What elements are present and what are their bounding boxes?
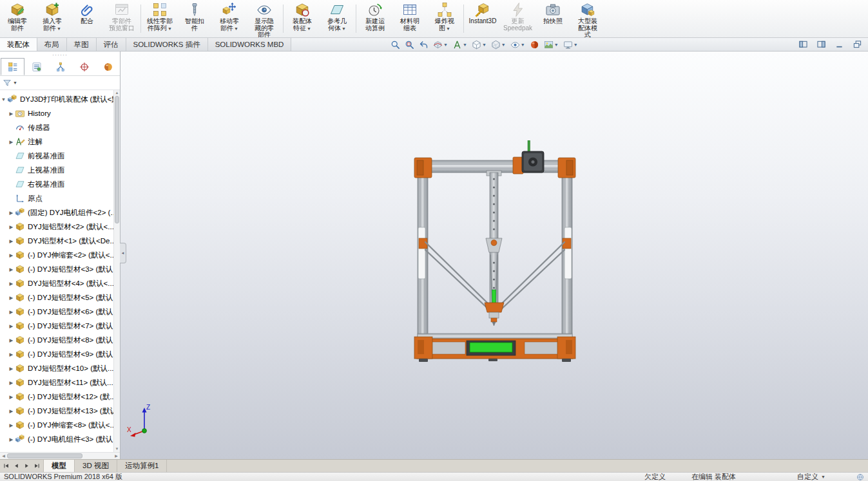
- expand-caret-icon[interactable]: ▶: [8, 252, 15, 258]
- last-tab-button[interactable]: [32, 461, 42, 471]
- headsup-section-view[interactable]: ▼: [432, 39, 449, 50]
- tree-item[interactable]: ▶DYJ短铝型材<11> (默认...: [0, 375, 114, 390]
- headsup-previous-view[interactable]: [418, 39, 430, 50]
- dropdown-caret-icon[interactable]: ▼: [482, 42, 487, 47]
- expand-caret-icon[interactable]: ▶: [8, 295, 15, 301]
- ribbon-button-edit-component[interactable]: 编辑零 部件: [0, 0, 35, 37]
- scroll-right-arrow[interactable]: ▶: [113, 453, 120, 459]
- tree-item[interactable]: ▶(-) DYJ短铝型材<9> (默认...: [0, 347, 114, 361]
- manager-tab-propertymanager[interactable]: [24, 58, 48, 75]
- command-tab-evaluate[interactable]: 评估: [97, 38, 126, 51]
- ribbon-button-move-component[interactable]: 移动零 部件▼: [212, 0, 247, 37]
- dropdown-caret-icon[interactable]: ▼: [463, 42, 467, 47]
- ribbon-button-assembly-features[interactable]: 装配体 特征▼: [285, 0, 320, 37]
- collapse-left-pane-button[interactable]: [799, 40, 807, 48]
- minimize-pane-button[interactable]: [835, 40, 844, 48]
- tree-item[interactable]: ▶(-) DYJ短铝型材<3> (默认...: [0, 262, 114, 276]
- expand-caret-icon[interactable]: ▼: [0, 97, 7, 102]
- scroll-track[interactable]: [114, 96, 120, 446]
- dropdown-caret-icon[interactable]: ▼: [307, 26, 311, 31]
- tree-item[interactable]: ▶(-) DYJ短铝型材<6> (默认...: [0, 305, 114, 319]
- dropdown-caret-icon[interactable]: ▼: [521, 42, 525, 47]
- scroll-left-arrow[interactable]: ◀: [0, 453, 7, 459]
- headsup-hide-show-items[interactable]: ▼: [509, 39, 526, 50]
- ribbon-button-show-hidden-components[interactable]: 显示隐 藏的零 部件: [247, 0, 282, 37]
- panel-splitter-handle[interactable]: ◂: [120, 243, 126, 263]
- manager-tab-displaymanager[interactable]: [96, 58, 120, 75]
- dropdown-caret-icon[interactable]: ▼: [57, 26, 61, 31]
- expand-caret-icon[interactable]: ▶: [8, 238, 15, 244]
- hscroll-thumb[interactable]: [7, 453, 82, 458]
- scroll-thumb[interactable]: [115, 96, 119, 223]
- manager-tab-featuremanager[interactable]: [1, 58, 24, 75]
- filter-dropdown-caret[interactable]: ▼: [13, 80, 17, 85]
- expand-caret-icon[interactable]: ▶: [8, 394, 15, 400]
- tree-item[interactable]: ▼DYJ3D打印机装配体 (默认<默...: [0, 92, 114, 106]
- command-tab-sw-addins[interactable]: SOLIDWORKS 插件: [126, 38, 208, 51]
- tree-item[interactable]: 上视基准面: [0, 163, 114, 177]
- ribbon-button-instant3d[interactable]: Instant3D: [465, 0, 500, 37]
- previous-tab-button[interactable]: [12, 461, 21, 471]
- headsup-view-orientation[interactable]: ▼: [470, 39, 488, 50]
- expand-caret-icon[interactable]: ▶: [8, 380, 15, 386]
- status-corner-icon[interactable]: [856, 473, 864, 481]
- headsup-apply-scene[interactable]: ▼: [543, 39, 560, 50]
- ribbon-button-insert-component[interactable]: 插入零 部件▼: [35, 0, 70, 37]
- expand-caret-icon[interactable]: ▶: [8, 309, 15, 315]
- tree-item[interactable]: ▶(-) DYJ短铝型材<12> (默...: [0, 390, 114, 404]
- hscroll-track[interactable]: [7, 453, 113, 459]
- float-pane-button[interactable]: [853, 40, 862, 48]
- status-customize[interactable]: 自定义: [797, 472, 818, 481]
- ribbon-button-component-preview-window[interactable]: 零部件 预览窗口: [104, 0, 139, 37]
- tree-item[interactable]: 传感器: [0, 120, 114, 135]
- graphics-viewport[interactable]: Z X: [121, 52, 868, 459]
- expand-caret-icon[interactable]: ▶: [8, 422, 15, 428]
- expand-caret-icon[interactable]: ▶: [8, 437, 15, 442]
- ribbon-button-linear-component-pattern[interactable]: 线性零部 件阵列▼: [142, 0, 177, 37]
- tree-item[interactable]: ▶(-) DYJ短铝型材<8> (默认...: [0, 333, 114, 347]
- ribbon-button-new-motion-study[interactable]: 新建运 动算例: [358, 0, 392, 37]
- ribbon-button-exploded-view[interactable]: 爆炸视 图▼: [427, 0, 462, 37]
- tree-item[interactable]: ▶注解: [0, 135, 114, 149]
- tree-item[interactable]: ▶(-) DYJ伸缩套<8> (默认<...: [0, 418, 114, 432]
- panel-resize-grip[interactable]: ······: [0, 52, 120, 58]
- tree-item[interactable]: ▶DYJ短铝型材<2> (默认<...: [0, 220, 114, 234]
- dropdown-caret-icon[interactable]: ▼: [446, 26, 450, 31]
- ribbon-button-mate[interactable]: 配合: [70, 0, 104, 37]
- first-tab-button[interactable]: [1, 461, 11, 471]
- expand-caret-icon[interactable]: ▶: [8, 408, 15, 414]
- tree-item[interactable]: 前视基准面: [0, 149, 114, 163]
- tree-item[interactable]: 原点: [0, 191, 114, 205]
- command-tab-layout[interactable]: 布局: [37, 38, 67, 51]
- dropdown-caret-icon[interactable]: ▼: [501, 42, 506, 47]
- scroll-up-arrow[interactable]: ▲: [114, 90, 120, 96]
- expand-caret-icon[interactable]: ▶: [8, 323, 15, 329]
- tree-item[interactable]: ▶DYJ短铝型材<4> (默认<...: [0, 276, 114, 290]
- expand-caret-icon[interactable]: ▶: [8, 366, 15, 372]
- tree-item[interactable]: ▶(-) DYJ电机组件<3> (默认...: [0, 432, 114, 446]
- tree-item[interactable]: ▶(-) DYJ短铝型材<7> (默认...: [0, 319, 114, 333]
- ribbon-button-large-assembly-mode[interactable]: 大型装 配体模 式: [570, 0, 605, 37]
- ribbon-button-smart-fasteners[interactable]: 智能扣 件: [177, 0, 212, 37]
- tree-item[interactable]: ▶DYJ铝型材<1> (默认<De...: [0, 234, 114, 248]
- command-tab-sketch[interactable]: 草图: [67, 38, 97, 51]
- tree-item[interactable]: ▶DYJ短铝型材<10> (默认...: [0, 361, 114, 375]
- printer-3d-model[interactable]: [411, 140, 579, 369]
- tree-item[interactable]: 右视基准面: [0, 177, 114, 191]
- dropdown-caret-icon[interactable]: ▼: [554, 42, 559, 47]
- command-tab-assembly[interactable]: 装配体: [0, 38, 37, 51]
- dropdown-caret-icon[interactable]: ▼: [574, 42, 578, 47]
- expand-caret-icon[interactable]: ▶: [8, 337, 15, 343]
- headsup-edit-appearance[interactable]: [528, 39, 541, 50]
- tree-item[interactable]: ▶(-) DYJ伸缩套<2> (默认<...: [0, 248, 114, 262]
- tree-item[interactable]: ▶History: [0, 106, 114, 120]
- expand-caret-icon[interactable]: ▶: [8, 281, 15, 287]
- manager-tab-dimxpertmanager[interactable]: [72, 58, 96, 75]
- tree-vertical-scrollbar[interactable]: ▲ ▼: [113, 90, 120, 452]
- dropdown-caret-icon[interactable]: ▼: [234, 26, 238, 31]
- ribbon-button-take-snapshot[interactable]: 拍快照: [535, 0, 570, 37]
- filter-funnel-icon[interactable]: [3, 79, 12, 88]
- headsup-display-style[interactable]: ▼: [490, 39, 507, 50]
- command-tab-sw-mbd[interactable]: SOLIDWORKS MBD: [208, 38, 292, 51]
- scroll-down-arrow[interactable]: ▼: [114, 446, 120, 452]
